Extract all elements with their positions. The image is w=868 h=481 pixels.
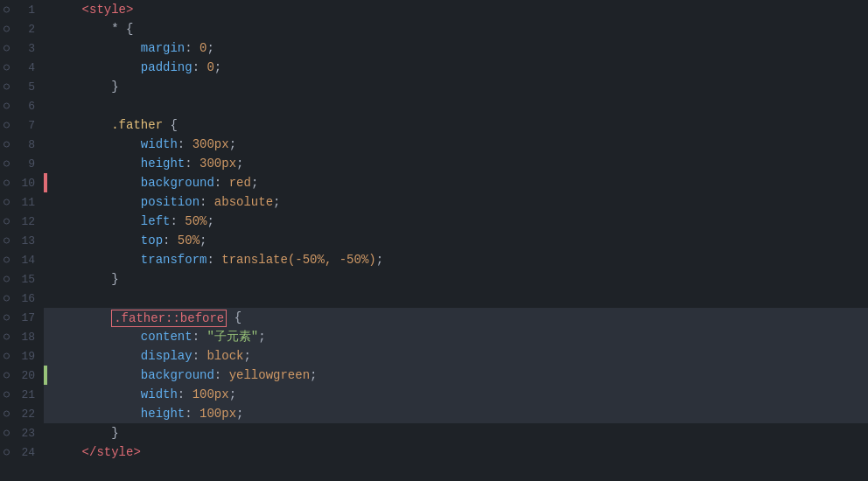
token: ;	[200, 231, 206, 250]
token: display	[141, 346, 192, 366]
line-number: 6	[0, 96, 44, 115]
token: :	[192, 327, 207, 346]
token: 300px	[192, 135, 229, 154]
line-number: 20	[0, 366, 44, 385]
token: <style>	[82, 0, 134, 19]
token	[52, 154, 141, 173]
code-line: background: red;	[44, 173, 868, 192]
code-line: transform: translate(-50%, -50%);	[44, 250, 868, 269]
token	[52, 58, 141, 77]
code-line: content: "子元素";	[44, 327, 868, 346]
token: "子元素"	[206, 327, 258, 346]
token: :	[214, 366, 229, 385]
token: .father	[111, 115, 163, 135]
token: :	[214, 173, 229, 192]
line-number: 23	[0, 423, 44, 443]
token: :	[163, 231, 178, 250]
token	[52, 404, 141, 423]
token	[52, 212, 141, 231]
code-editor: 123456789101112131415161718192021222324 …	[0, 0, 868, 481]
code-line: height: 100px;	[44, 404, 868, 423]
token	[52, 327, 141, 346]
line-number: 10	[0, 173, 44, 192]
token: :	[192, 58, 207, 77]
token: absolute	[214, 192, 273, 212]
token: top	[141, 231, 163, 250]
code-line: width: 300px;	[44, 135, 868, 154]
line-number: 18	[0, 327, 44, 346]
code-line: background: yellowgreen;	[44, 366, 868, 385]
token: :	[178, 135, 192, 154]
token: :	[192, 346, 207, 366]
token: left	[141, 212, 171, 231]
token: background	[141, 173, 214, 192]
token: content	[141, 327, 192, 346]
token	[52, 231, 141, 250]
token: }	[52, 423, 119, 443]
code-content[interactable]: <style> * { margin: 0; padding: 0; } .fa…	[44, 0, 868, 481]
token	[52, 250, 141, 269]
token	[52, 366, 141, 385]
token: }	[52, 77, 119, 96]
token: ;	[251, 173, 258, 192]
line-number: 14	[0, 250, 44, 269]
token: 100px	[200, 404, 236, 423]
line-numbers: 123456789101112131415161718192021222324	[0, 0, 44, 481]
code-line: }	[44, 423, 868, 443]
token: background	[141, 366, 214, 385]
code-line: padding: 0;	[44, 58, 868, 77]
token: height	[141, 154, 185, 173]
token: ;	[236, 404, 243, 423]
token: ;	[206, 212, 214, 231]
token: :	[185, 38, 200, 58]
token	[52, 443, 82, 462]
line-number: 5	[0, 77, 44, 96]
token: :	[200, 192, 214, 212]
line-number: 16	[0, 289, 44, 308]
token: ;	[229, 135, 236, 154]
code-line: left: 50%;	[44, 212, 868, 231]
line-number: 11	[0, 192, 44, 212]
line-number: 4	[0, 58, 44, 77]
line-number: 22	[0, 404, 44, 423]
code-line: <style>	[44, 0, 868, 19]
code-line: height: 300px;	[44, 154, 868, 173]
token: 50%	[185, 212, 206, 231]
token: {	[163, 115, 178, 135]
token: ;	[243, 346, 250, 366]
code-line	[44, 289, 868, 308]
code-line: </style>	[44, 443, 868, 462]
token	[52, 38, 141, 58]
token: red	[229, 173, 251, 192]
token: 100px	[192, 385, 229, 404]
token: }	[52, 269, 119, 289]
token	[52, 346, 141, 366]
line-number: 9	[0, 154, 44, 173]
token: padding	[141, 58, 192, 77]
token: ;	[229, 385, 236, 404]
line-number: 15	[0, 269, 44, 289]
token	[52, 115, 111, 135]
token	[52, 135, 141, 154]
token: 50%	[178, 231, 200, 250]
token: </style>	[82, 443, 141, 462]
token: height	[141, 404, 185, 423]
token: :	[185, 154, 200, 173]
code-line: width: 100px;	[44, 385, 868, 404]
token: width	[141, 135, 178, 154]
line-number: 8	[0, 135, 44, 154]
token: ;	[236, 154, 243, 173]
token: * {	[52, 19, 133, 38]
token: :	[206, 250, 221, 269]
token: :	[178, 385, 192, 404]
green-indicator	[44, 366, 47, 385]
token: width	[141, 385, 178, 404]
code-line: }	[44, 269, 868, 289]
token	[52, 385, 141, 404]
line-number: 13	[0, 231, 44, 250]
code-line	[44, 96, 868, 115]
code-line: * {	[44, 19, 868, 38]
code-line: .father::before {	[44, 308, 868, 327]
token: ;	[258, 327, 265, 346]
code-line: top: 50%;	[44, 231, 868, 250]
